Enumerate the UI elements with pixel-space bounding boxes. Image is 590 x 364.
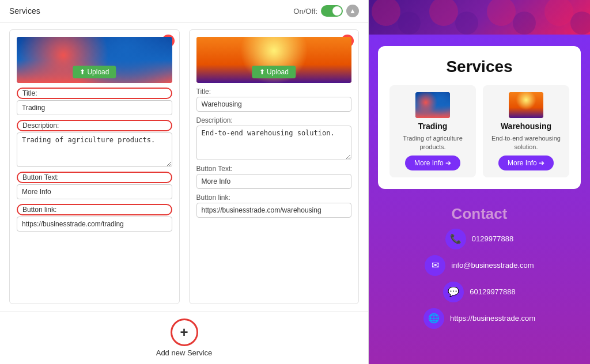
warehousing-image-area: ⬆ Upload	[196, 37, 352, 83]
warehousing-desc-input[interactable]: End-to-end warehousing solution.	[196, 126, 352, 160]
warehousing-btn-text-label: Button Text:	[196, 165, 352, 173]
top-bar: Services On/Off: ▲	[0, 0, 368, 22]
add-service-label: Add new Service	[156, 348, 213, 357]
trading-btn-text-label: Button Text:	[17, 172, 172, 183]
preview-warehousing-name: Warehousing	[501, 122, 551, 131]
warehousing-upload-btn[interactable]: ⬆ Upload	[252, 66, 296, 78]
services-editor-area: × ⬆ Upload Title: Description: Trading o…	[0, 22, 368, 311]
trading-upload-btn[interactable]: ⬆ Upload	[73, 66, 116, 78]
preview-trading-item: Trading Trading of agriculture products.…	[389, 85, 476, 177]
warehousing-desc-label: Description:	[196, 116, 352, 124]
trading-btn-text-group: Button Text:	[17, 172, 172, 199]
email-icon: ✉	[425, 255, 445, 276]
phone-icon: 📞	[445, 229, 466, 249]
preview-trading-desc: Trading of agriculture products.	[394, 134, 471, 152]
contact-whatsapp-text: 60129977888	[470, 287, 516, 296]
service-cards-row: × ⬆ Upload Title: Description: Trading o…	[9, 29, 359, 304]
warehousing-desc-group: Description: End-to-end warehousing solu…	[196, 116, 352, 160]
preview-trading-name: Trading	[418, 122, 448, 131]
trading-btn-link-label: Button link:	[17, 204, 172, 215]
trading-image-area: ⬆ Upload	[17, 37, 172, 83]
preview-warehousing-item: Warehousing End-to-end warehousing solut…	[483, 85, 569, 177]
service-card-warehousing: × ⬆ Upload Title: Description: End-to-en…	[189, 29, 360, 304]
toggle-label: On/Off:	[293, 7, 317, 16]
preview-warehousing-more-btn[interactable]: More Info ➔	[498, 156, 554, 170]
contact-website: 🌐 https://businesstrade.com	[378, 308, 581, 329]
trading-title-label: Title:	[17, 88, 172, 99]
preview-trading-img	[415, 92, 450, 118]
preview-warehousing-desc: End-to-end warehousing solution.	[487, 134, 565, 152]
whatsapp-icon: 💬	[443, 282, 464, 302]
on-off-toggle[interactable]	[321, 5, 343, 17]
top-image-strip	[369, 0, 590, 35]
contact-email-text: info@businesstrade.com	[451, 261, 534, 270]
preview-trading-more-btn[interactable]: More Info ➔	[405, 156, 460, 170]
preview-card: Services Trading Trading of agriculture …	[378, 46, 581, 189]
trading-desc-label: Description:	[17, 120, 172, 131]
warehousing-title-label: Title:	[196, 88, 352, 96]
toggle-arrow-btn[interactable]: ▲	[346, 5, 359, 17]
warehousing-title-input[interactable]	[196, 97, 352, 112]
warehousing-title-group: Title:	[196, 88, 352, 112]
trading-title-group: Title:	[17, 88, 172, 115]
contact-email: ✉ info@businesstrade.com	[378, 255, 581, 276]
add-service-container: + Add new Service	[0, 311, 368, 364]
warehousing-btn-text-input[interactable]	[196, 174, 352, 189]
warehousing-btn-link-input[interactable]	[196, 203, 352, 218]
trading-btn-link-input[interactable]	[17, 217, 172, 232]
right-preview-panel: Services Trading Trading of agriculture …	[369, 0, 590, 364]
website-icon: 🌐	[423, 308, 444, 329]
contact-title: Contact	[452, 205, 508, 223]
service-card-trading: × ⬆ Upload Title: Description: Trading o…	[9, 29, 180, 304]
warehousing-btn-link-label: Button link:	[196, 194, 352, 202]
contact-whatsapp: 💬 60129977888	[378, 282, 581, 302]
trading-desc-input[interactable]: Trading of agriculture products.	[17, 132, 172, 167]
add-circle-icon: +	[171, 318, 198, 346]
add-new-service-button[interactable]: + Add new Service	[156, 318, 213, 357]
trading-title-input[interactable]	[17, 100, 172, 115]
trading-desc-group: Description: Trading of agriculture prod…	[17, 120, 172, 167]
contact-phone-text: 0129977888	[472, 234, 513, 243]
left-editor-panel: Services On/Off: ▲ × ⬆ Upload Title:	[0, 0, 369, 364]
preview-section-title: Services	[389, 58, 569, 76]
contact-website-text: https://businesstrade.com	[450, 314, 535, 323]
panel-title: Services	[9, 6, 40, 16]
toggle-container: On/Off: ▲	[293, 5, 359, 17]
warehousing-btn-link-group: Button link:	[196, 194, 352, 218]
contact-phone: 📞 0129977888	[378, 229, 581, 249]
trading-btn-text-input[interactable]	[17, 184, 172, 199]
warehousing-btn-text-group: Button Text:	[196, 165, 352, 189]
preview-warehousing-img	[509, 92, 543, 118]
preview-services-row: Trading Trading of agriculture products.…	[389, 85, 569, 177]
contact-section: Contact 📞 0129977888 ✉ info@businesstrad…	[369, 198, 590, 336]
trading-btn-link-group: Button link:	[17, 204, 172, 232]
